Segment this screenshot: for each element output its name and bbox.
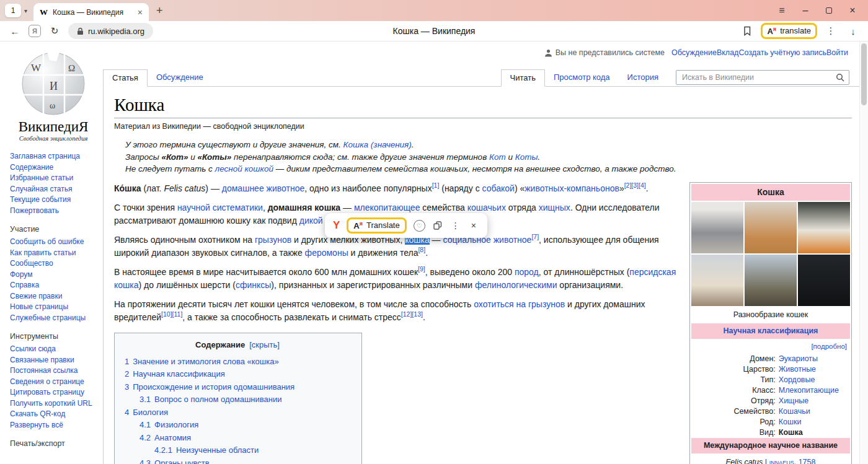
- cat-photo[interactable]: [691, 255, 743, 306]
- cat-photo[interactable]: [745, 202, 797, 253]
- sidebar-item[interactable]: Заглавная страница: [10, 151, 97, 162]
- sidebar-item[interactable]: Содержание: [10, 162, 97, 173]
- footnote-ref[interactable]: [1]: [432, 182, 440, 189]
- inline-link[interactable]: домашнее животное: [222, 183, 304, 193]
- sidebar-item[interactable]: Случайная статья: [10, 184, 97, 195]
- toc-item[interactable]: 4.1Физиология: [125, 419, 350, 432]
- wiki-search-box[interactable]: [676, 70, 849, 85]
- taxonomy-value[interactable]: Хищные: [779, 396, 850, 406]
- cat-photo[interactable]: [691, 202, 743, 253]
- yandex-button[interactable]: Я: [26, 22, 43, 40]
- personal-link[interactable]: Войти: [826, 48, 848, 57]
- tab-close-icon[interactable]: ×: [138, 7, 143, 17]
- toc-item[interactable]: 4.2.1Неизученные области: [125, 444, 350, 457]
- cat-photo[interactable]: [798, 202, 850, 253]
- address-bar[interactable]: ru.wikipedia.org: [68, 23, 153, 39]
- inline-link[interactable]: Кот: [489, 152, 506, 162]
- taxonomy-value[interactable]: Хордовые: [779, 375, 850, 385]
- footnote-ref[interactable]: [2][3][4]: [624, 182, 646, 189]
- inline-link[interactable]: охотиться на грызунов: [474, 299, 565, 309]
- footnote-ref[interactable]: [7]: [531, 233, 539, 240]
- footnote-ref[interactable]: [12][13]: [401, 310, 423, 318]
- personal-link[interactable]: Обсуждение: [671, 48, 717, 57]
- footnote-ref[interactable]: [10][11]: [161, 310, 182, 318]
- sidebar-item[interactable]: Скачать QR-код: [10, 409, 97, 420]
- scrollbar[interactable]: [859, 42, 868, 464]
- sidebar-item[interactable]: Пожертвовать: [10, 206, 97, 217]
- sidebar-item[interactable]: Как править статьи: [10, 248, 97, 259]
- sidebar-item[interactable]: Цитировать страницу: [10, 387, 97, 398]
- search-input[interactable]: [681, 72, 832, 82]
- inline-link[interactable]: лесной кошкой: [215, 164, 273, 173]
- sidebar-item[interactable]: Форум: [10, 269, 97, 281]
- sidebar-item[interactable]: Сведения о странице: [10, 377, 97, 388]
- minimize-button[interactable]: –: [794, 5, 817, 16]
- details-link[interactable]: [подробно]: [691, 339, 850, 354]
- toc-hide-toggle[interactable]: [скрыть]: [249, 340, 280, 349]
- page-tab[interactable]: История: [619, 69, 667, 86]
- toc-item[interactable]: 3Происхождение и история одомашнивания: [125, 381, 350, 394]
- toc-item[interactable]: 3.1Вопрос о полном одомашнивании: [125, 393, 350, 406]
- sidebar-item[interactable]: Свежие правки: [10, 291, 97, 302]
- sidebar-item[interactable]: Сообщество: [10, 258, 97, 269]
- sidebar-item[interactable]: Сообщить об ошибке: [10, 237, 97, 248]
- inline-link[interactable]: хищных: [539, 203, 570, 212]
- sidebar-item[interactable]: Текущие события: [10, 195, 97, 206]
- favorite-icon[interactable]: ♡: [414, 220, 425, 232]
- inline-link[interactable]: феромоны: [305, 248, 348, 258]
- tab-counter-button[interactable]: 1: [5, 4, 21, 17]
- sidebar-item[interactable]: Новые страницы: [10, 302, 97, 313]
- inline-link[interactable]: , 1758: [794, 458, 816, 464]
- sidebar-item[interactable]: Получить короткий URL: [10, 398, 97, 409]
- page-tab[interactable]: Статья: [103, 69, 148, 87]
- taxonomy-value[interactable]: Кошачьи: [779, 406, 850, 417]
- browser-tab[interactable]: W Кошка — Википедия ×: [33, 3, 149, 21]
- inline-link[interactable]: фелинологическими: [475, 280, 557, 290]
- sci-classification-header[interactable]: Научная классификация: [691, 323, 850, 339]
- popup-close-icon[interactable]: ×: [468, 221, 479, 230]
- back-button[interactable]: ←: [6, 22, 24, 40]
- page-tab[interactable]: Обсуждение: [148, 69, 212, 86]
- close-window-button[interactable]: ×: [841, 5, 864, 16]
- sidebar-item[interactable]: Служебные страницы: [10, 313, 97, 324]
- popup-translate-button[interactable]: Aя Translate: [353, 221, 399, 230]
- footnote-ref[interactable]: [9]: [418, 265, 425, 273]
- new-tab-button[interactable]: +: [156, 4, 163, 17]
- translate-button[interactable]: Aя translate: [767, 26, 811, 36]
- popup-more-icon[interactable]: ⋮: [450, 221, 461, 230]
- inline-link[interactable]: сфинксы: [236, 280, 271, 290]
- inline-link[interactable]: животных-компаньонов: [525, 183, 619, 193]
- maximize-button[interactable]: [817, 5, 841, 16]
- inline-link[interactable]: пород: [515, 267, 539, 277]
- taxonomy-value[interactable]: Животные: [779, 364, 850, 375]
- scrollbar-thumb[interactable]: [861, 43, 867, 105]
- download-icon[interactable]: ↓: [844, 22, 862, 40]
- toolbar-more-icon[interactable]: ⋮: [822, 22, 839, 40]
- bookmark-icon[interactable]: [738, 22, 756, 40]
- page-tab[interactable]: Просмотр кода: [545, 69, 619, 86]
- inline-link[interactable]: Кошка (значения): [343, 140, 412, 149]
- toc-item[interactable]: 4.2Анатомия: [125, 432, 350, 445]
- inline-link[interactable]: научной систематики: [177, 203, 263, 212]
- sidebar-item[interactable]: Ссылки сюда: [10, 344, 97, 355]
- taxonomy-value[interactable]: Эукариоты: [779, 354, 850, 364]
- toc-item[interactable]: 2Научная классификация: [125, 368, 350, 381]
- taxonomy-value[interactable]: Кошки: [779, 417, 850, 427]
- sidebar-item[interactable]: Связанные правки: [10, 355, 97, 366]
- cat-photo[interactable]: [798, 255, 850, 306]
- toc-item[interactable]: 4.3Органы чувств: [125, 457, 350, 464]
- personal-link[interactable]: Вклад: [717, 48, 739, 57]
- toc-item[interactable]: 4Биология: [125, 406, 350, 419]
- copy-icon[interactable]: [432, 221, 443, 230]
- sidebar-item[interactable]: Развернуть всё: [10, 420, 97, 431]
- sidebar-item[interactable]: Постоянная ссылка: [10, 366, 97, 377]
- inline-link[interactable]: Коты: [515, 152, 538, 162]
- inline-link[interactable]: Linnaeus: [765, 458, 794, 464]
- browser-menu-icon[interactable]: ≡: [770, 5, 794, 16]
- wikipedia-logo[interactable]: W Ω И ω ВикипедиЯ Свободная энциклопедия: [10, 51, 97, 142]
- inline-link[interactable]: кошачьих: [467, 203, 506, 212]
- personal-link[interactable]: Создать учётную запись: [738, 48, 826, 57]
- inline-link[interactable]: млекопитающее: [354, 203, 420, 212]
- toc-item[interactable]: 1Значение и этимология слова «кошка»: [125, 356, 350, 369]
- sidebar-item[interactable]: Справка: [10, 280, 97, 291]
